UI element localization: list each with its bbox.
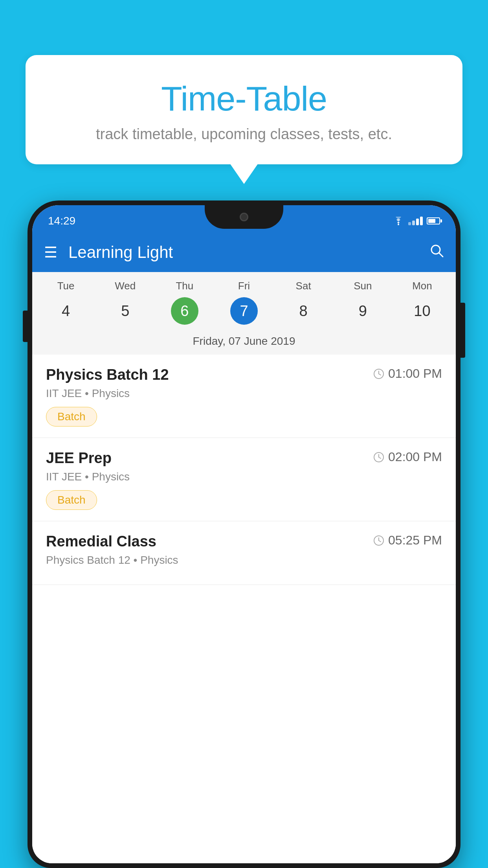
app-title: Learning Light (68, 243, 430, 262)
search-icon[interactable] (430, 244, 444, 261)
phone-screen: 14:29 (32, 205, 456, 863)
schedule-item-1-title: Physics Batch 12 (46, 366, 169, 383)
schedule-item-3[interactable]: Remedial Class 05:25 PM Physics Batch 12… (32, 521, 456, 585)
app-feature-title: Time-Table (45, 79, 443, 119)
batch-tag-2: Batch (46, 490, 97, 510)
status-icons (393, 217, 440, 225)
schedule-list: Physics Batch 12 01:00 PM IIT JEE • Phys… (32, 355, 456, 863)
schedule-item-2-time: 02:00 PM (373, 450, 442, 464)
schedule-item-2-header: JEE Prep 02:00 PM (46, 450, 442, 467)
hamburger-menu-icon[interactable]: ☰ (44, 245, 57, 260)
app-feature-subtitle: track timetable, upcoming classes, tests… (45, 126, 443, 143)
selected-date-label: Friday, 07 June 2019 (32, 331, 456, 355)
schedule-item-1-subtitle: IIT JEE • Physics (46, 387, 442, 400)
phone-frame: 14:29 (28, 200, 460, 868)
day-name-mon: Mon (393, 280, 452, 292)
app-bar: ☰ Learning Light (32, 233, 456, 272)
battery-icon (427, 217, 440, 224)
schedule-item-2[interactable]: JEE Prep 02:00 PM IIT JEE • Physics Batc… (32, 438, 456, 521)
status-time: 14:29 (48, 215, 75, 227)
svg-line-5 (379, 374, 381, 375)
schedule-item-2-title: JEE Prep (46, 450, 112, 467)
phone-mockup: 14:29 (28, 200, 460, 868)
svg-line-2 (439, 253, 443, 257)
clock-icon-2 (373, 452, 384, 463)
day-name-fri: Fri (214, 280, 273, 292)
signal-icon (408, 217, 423, 225)
day-9[interactable]: 9 (333, 297, 393, 325)
day-6-today[interactable]: 6 (171, 297, 198, 325)
svg-point-0 (398, 224, 399, 225)
day-name-sun: Sun (333, 280, 393, 292)
schedule-item-3-subtitle: Physics Batch 12 • Physics (46, 554, 442, 566)
day-numbers-row: 4 5 6 7 8 9 10 (32, 295, 456, 331)
day-name-sat: Sat (274, 280, 333, 292)
schedule-item-3-time: 05:25 PM (373, 533, 442, 548)
schedule-item-1-header: Physics Batch 12 01:00 PM (46, 366, 442, 383)
front-camera (240, 213, 248, 221)
schedule-item-1-time: 01:00 PM (373, 366, 442, 381)
day-10[interactable]: 10 (393, 297, 452, 325)
day-7-selected[interactable]: 7 (230, 297, 258, 325)
svg-line-11 (379, 541, 381, 542)
clock-icon (373, 368, 384, 379)
calendar-strip: Tue Wed Thu Fri Sat Sun Mon 4 5 6 7 8 9 … (32, 272, 456, 355)
batch-tag-1: Batch (46, 407, 97, 427)
svg-line-8 (379, 457, 381, 458)
day-name-wed: Wed (95, 280, 155, 292)
phone-notch (205, 205, 283, 229)
schedule-item-3-header: Remedial Class 05:25 PM (46, 533, 442, 550)
speech-bubble: Time-Table track timetable, upcoming cla… (26, 55, 462, 164)
day-5[interactable]: 5 (95, 297, 155, 325)
day-4[interactable]: 4 (36, 297, 95, 325)
schedule-item-3-title: Remedial Class (46, 533, 156, 550)
clock-icon-3 (373, 535, 384, 546)
wifi-icon (393, 217, 404, 225)
day-8[interactable]: 8 (274, 297, 333, 325)
speech-bubble-container: Time-Table track timetable, upcoming cla… (26, 55, 462, 164)
day-names-row: Tue Wed Thu Fri Sat Sun Mon (32, 272, 456, 295)
day-name-tue: Tue (36, 280, 95, 292)
day-name-thu: Thu (155, 280, 214, 292)
schedule-item-2-subtitle: IIT JEE • Physics (46, 471, 442, 483)
schedule-item-1[interactable]: Physics Batch 12 01:00 PM IIT JEE • Phys… (32, 355, 456, 438)
